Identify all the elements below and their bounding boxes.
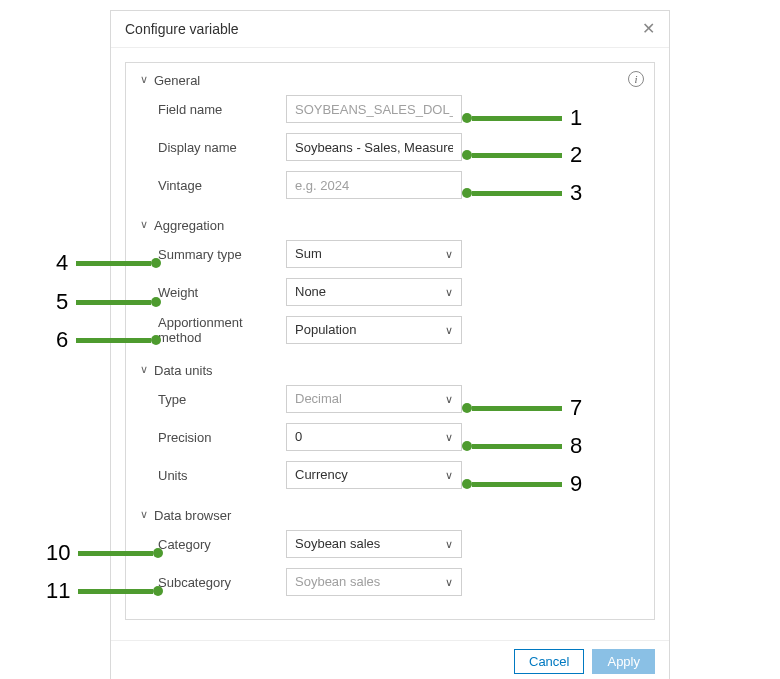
field-name-input (286, 95, 462, 123)
apportionment-select[interactable]: Population ∨ (286, 316, 462, 344)
close-icon[interactable]: ✕ (642, 21, 655, 37)
summary-type-value: Sum (295, 241, 322, 267)
row-du-type: Type Decimal ∨ (140, 382, 640, 416)
precision-value: 0 (295, 424, 302, 450)
chevron-down-icon: ∨ (445, 569, 453, 595)
subcategory-label: Subcategory (140, 575, 286, 590)
summary-type-select[interactable]: Sum ∨ (286, 240, 462, 268)
chevron-down-icon: ∨ (445, 279, 453, 305)
weight-select[interactable]: None ∨ (286, 278, 462, 306)
weight-value: None (295, 279, 326, 305)
configure-variable-dialog: Configure variable ✕ i ∨ General Field n… (110, 10, 670, 679)
chevron-down-icon: ∨ (140, 508, 148, 521)
du-type-select: Decimal ∨ (286, 385, 462, 413)
section-data-units-label: Data units (154, 363, 213, 378)
row-subcategory: Subcategory Soybean sales ∨ (140, 565, 640, 599)
display-name-input[interactable] (286, 133, 462, 161)
dialog-footer: Cancel Apply (111, 640, 669, 679)
callout-number: 4 (48, 250, 76, 276)
subcategory-value: Soybean sales (295, 569, 380, 595)
chevron-down-icon: ∨ (445, 317, 453, 343)
summary-type-label: Summary type (140, 247, 286, 262)
category-value: Soybean sales (295, 531, 380, 557)
section-aggregation-header[interactable]: ∨ Aggregation (140, 218, 640, 233)
section-data-browser-header[interactable]: ∨ Data browser (140, 508, 640, 523)
section-data-browser-label: Data browser (154, 508, 231, 523)
row-precision: Precision 0 ∨ (140, 420, 640, 454)
chevron-down-icon: ∨ (445, 424, 453, 450)
subcategory-select: Soybean sales ∨ (286, 568, 462, 596)
chevron-down-icon: ∨ (445, 241, 453, 267)
dialog-header: Configure variable ✕ (111, 11, 669, 48)
chevron-down-icon: ∨ (445, 386, 453, 412)
apportionment-label: Apportionment method (140, 315, 286, 345)
row-units: Units Currency ∨ (140, 458, 640, 492)
info-icon[interactable]: i (628, 71, 644, 87)
chevron-down-icon: ∨ (445, 462, 453, 488)
chevron-down-icon: ∨ (140, 73, 148, 86)
apply-button[interactable]: Apply (592, 649, 655, 674)
row-weight: Weight None ∨ (140, 275, 640, 309)
chevron-down-icon: ∨ (140, 363, 148, 376)
display-name-label: Display name (140, 140, 286, 155)
dialog-title: Configure variable (125, 21, 239, 37)
vintage-input[interactable] (286, 171, 462, 199)
callout-number: 6 (48, 327, 76, 353)
du-type-label: Type (140, 392, 286, 407)
field-name-label: Field name (140, 102, 286, 117)
precision-select[interactable]: 0 ∨ (286, 423, 462, 451)
config-panel: i ∨ General Field name Display name Vint… (125, 62, 655, 620)
row-display-name: Display name (140, 130, 640, 164)
units-select[interactable]: Currency ∨ (286, 461, 462, 489)
vintage-label: Vintage (140, 178, 286, 193)
apportionment-value: Population (295, 317, 356, 343)
row-field-name: Field name (140, 92, 640, 126)
cancel-button[interactable]: Cancel (514, 649, 584, 674)
row-summary-type: Summary type Sum ∨ (140, 237, 640, 271)
units-label: Units (140, 468, 286, 483)
section-aggregation-label: Aggregation (154, 218, 224, 233)
row-apportionment: Apportionment method Population ∨ (140, 313, 640, 347)
section-general-label: General (154, 73, 200, 88)
chevron-down-icon: ∨ (445, 531, 453, 557)
callout-number: 11 (38, 578, 78, 604)
callout-number: 5 (48, 289, 76, 315)
row-vintage: Vintage (140, 168, 640, 202)
callout-number: 10 (38, 540, 78, 566)
section-general-header[interactable]: ∨ General (140, 73, 640, 88)
row-category: Category Soybean sales ∨ (140, 527, 640, 561)
weight-label: Weight (140, 285, 286, 300)
precision-label: Precision (140, 430, 286, 445)
chevron-down-icon: ∨ (140, 218, 148, 231)
section-data-units-header[interactable]: ∨ Data units (140, 363, 640, 378)
category-select[interactable]: Soybean sales ∨ (286, 530, 462, 558)
category-label: Category (140, 537, 286, 552)
dialog-body: i ∨ General Field name Display name Vint… (111, 48, 669, 634)
du-type-value: Decimal (295, 386, 342, 412)
units-value: Currency (295, 462, 348, 488)
